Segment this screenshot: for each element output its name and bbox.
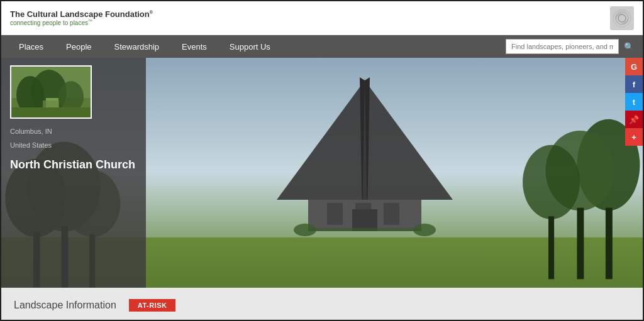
nav-item-people[interactable]: People [55, 35, 103, 58]
pinterest-button[interactable]: 📌 [625, 111, 643, 128]
svg-rect-7 [327, 203, 343, 225]
location-country: United States [10, 141, 137, 149]
nav-item-support-us[interactable]: Support Us [218, 35, 282, 58]
bottom-info-bar: Landscape Information AT-RISK [1, 288, 643, 321]
svg-rect-33 [11, 107, 91, 117]
svg-point-0 [618, 14, 626, 22]
trees-right [517, 99, 643, 288]
landscape-info-label: Landscape Information [14, 300, 116, 311]
add-button[interactable]: + [625, 128, 643, 146]
svg-rect-13 [308, 228, 421, 231]
search-input[interactable] [506, 39, 619, 54]
main-navigation: Places People Stewardship Events Support… [1, 35, 643, 58]
subtitle-text: connecting people to places [10, 19, 88, 26]
svg-point-1 [616, 12, 628, 24]
nav-item-events[interactable]: Events [170, 35, 218, 58]
svg-rect-23 [606, 208, 613, 280]
place-info-panel: Columbus, IN United States North Christi… [1, 58, 146, 288]
twitter-button[interactable]: t [625, 93, 643, 111]
svg-rect-10 [352, 209, 377, 231]
church-illustration [258, 74, 472, 250]
place-name: North Christian Church [10, 158, 137, 172]
site-header: The Cultural Landscape Foundation® conne… [1, 1, 643, 35]
svg-rect-24 [577, 208, 584, 280]
search-button[interactable]: 🔍 [621, 39, 636, 54]
header-branding: The Cultural Landscape Foundation® conne… [10, 9, 153, 26]
title-sup: ® [150, 10, 153, 14]
svg-rect-25 [548, 216, 554, 279]
site-title-text: The Cultural Landscape Foundation [10, 9, 150, 19]
site-subtitle: connecting people to places™ [10, 19, 153, 26]
nav-item-stewardship[interactable]: Stewardship [103, 35, 171, 58]
location-city: Columbus, IN [10, 128, 137, 135]
nav-item-places[interactable]: Places [8, 35, 55, 58]
google-plus-button[interactable]: G [625, 58, 643, 75]
subtitle-sup: ™ [88, 19, 92, 23]
social-sidebar: G f t 📌 + [625, 58, 643, 146]
hero-section: Columbus, IN United States North Christi… [1, 58, 643, 288]
svg-rect-9 [384, 203, 399, 225]
at-risk-badge: AT-RISK [129, 299, 176, 312]
facebook-button[interactable]: f [625, 75, 643, 93]
place-thumbnail [10, 65, 92, 119]
site-title: The Cultural Landscape Foundation® [10, 9, 153, 19]
nav-items-list: Places People Stewardship Events Support… [8, 35, 506, 58]
svg-point-22 [523, 145, 580, 219]
search-area: 🔍 [506, 39, 636, 54]
fingerprint-logo [610, 6, 634, 30]
